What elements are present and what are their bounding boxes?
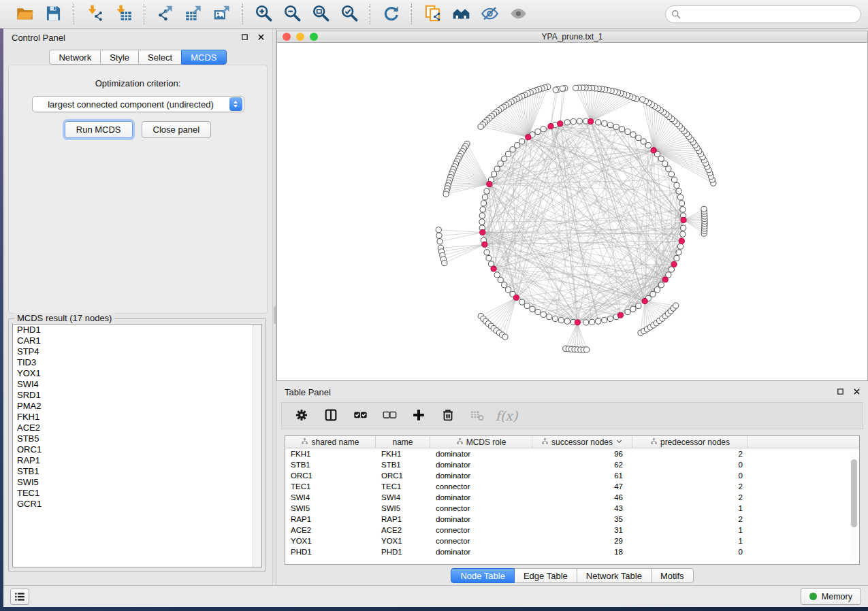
network-view-window: YPA_prune.txt_1 bbox=[276, 31, 868, 381]
cell-name: YOX1 bbox=[376, 535, 430, 546]
home-button[interactable] bbox=[450, 3, 472, 25]
table-row[interactable]: SWI5SWI5connector431 bbox=[285, 503, 859, 514]
import-network-icon bbox=[86, 4, 104, 24]
tab-node-table[interactable]: Node Table bbox=[451, 568, 515, 583]
memory-status-icon bbox=[809, 593, 817, 600]
mcds-result-item[interactable]: SWI5 bbox=[13, 477, 261, 488]
table-row[interactable]: ACE2ACE2connector311 bbox=[285, 525, 859, 535]
mcds-result-item[interactable]: FKH1 bbox=[13, 412, 261, 423]
zoom-out-button[interactable] bbox=[281, 3, 303, 25]
cell-predecessor-nodes: 2 bbox=[632, 514, 748, 525]
open-button[interactable] bbox=[14, 3, 35, 25]
zoom-fit-button[interactable] bbox=[310, 3, 332, 25]
network-view-titlebar[interactable]: YPA_prune.txt_1 bbox=[277, 31, 867, 43]
tab-motifs[interactable]: Motifs bbox=[651, 568, 694, 583]
column-header-predecessor-nodes[interactable]: predecessor nodes bbox=[632, 436, 748, 448]
table-row[interactable]: RAP1RAP1dominator352 bbox=[285, 514, 859, 525]
table-row[interactable]: ORC1ORC1dominator610 bbox=[285, 470, 859, 481]
mcds-result-item[interactable]: TEC1 bbox=[13, 488, 261, 499]
mcds-result-item[interactable]: STP4 bbox=[13, 346, 261, 357]
tab-network[interactable]: Network bbox=[49, 50, 101, 65]
tab-style[interactable]: Style bbox=[100, 50, 139, 65]
zoom-in-button[interactable] bbox=[253, 3, 274, 25]
export-table-button[interactable] bbox=[182, 3, 204, 25]
table-row[interactable]: YOX1YOX1connector291 bbox=[285, 535, 859, 546]
mcds-result-item[interactable]: SWI4 bbox=[13, 379, 261, 390]
tab-select[interactable]: Select bbox=[138, 50, 182, 65]
run-mcds-button[interactable]: Run MCDS bbox=[65, 121, 133, 138]
mcds-result-item[interactable]: ORC1 bbox=[13, 444, 261, 455]
table-row[interactable]: FKH1FKH1dominator962 bbox=[285, 448, 859, 459]
select-all-icon bbox=[353, 408, 368, 425]
splitter-grip[interactable] bbox=[274, 306, 276, 324]
memory-button[interactable]: Memory bbox=[801, 588, 861, 605]
float-panel-button[interactable] bbox=[835, 387, 845, 397]
cell-name: FKH1 bbox=[376, 448, 430, 459]
mcds-result-item[interactable]: STB5 bbox=[13, 433, 261, 444]
tab-network-table[interactable]: Network Table bbox=[577, 568, 652, 583]
mcds-result-item[interactable]: TID3 bbox=[13, 357, 261, 368]
table-row[interactable]: PHD1PHD1dominator180 bbox=[285, 546, 859, 557]
save-button[interactable] bbox=[42, 3, 64, 25]
cell-shared-name: STB1 bbox=[285, 459, 376, 470]
table-scrollbar[interactable] bbox=[850, 452, 858, 560]
mcds-result-item[interactable]: ACE2 bbox=[13, 423, 261, 433]
column-header-name[interactable]: name bbox=[376, 436, 430, 448]
import-table-button[interactable] bbox=[112, 3, 134, 25]
mcds-result-item[interactable]: GCR1 bbox=[13, 499, 261, 510]
table-row[interactable]: SWI4SWI4dominator462 bbox=[285, 492, 859, 503]
search-input[interactable] bbox=[665, 5, 861, 23]
cell-shared-name: FKH1 bbox=[285, 448, 376, 459]
mcds-result-item[interactable]: CAR1 bbox=[13, 335, 261, 346]
refresh-button[interactable] bbox=[380, 3, 402, 25]
toolbar-separator bbox=[144, 4, 144, 24]
delete-row-button[interactable] bbox=[439, 407, 457, 425]
desktop: Control Panel NetworkStyleSelectMCDS Opt… bbox=[0, 0, 868, 611]
network-graph[interactable] bbox=[277, 44, 867, 380]
mcds-result-item[interactable]: PMA2 bbox=[13, 401, 261, 412]
optimization-criterion-select[interactable]: largest connected component (undirected) bbox=[32, 96, 244, 112]
cell-predecessor-nodes: 2 bbox=[632, 492, 748, 503]
select-all-button[interactable] bbox=[351, 407, 369, 425]
tab-mcds[interactable]: MCDS bbox=[181, 50, 226, 65]
show-columns-icon bbox=[323, 408, 338, 425]
table-row[interactable]: STB1STB1dominator620 bbox=[285, 459, 859, 470]
mcds-result-item[interactable]: SRD1 bbox=[13, 390, 261, 401]
settings-button[interactable] bbox=[293, 407, 310, 425]
table-scrollbar-thumb[interactable] bbox=[851, 459, 857, 527]
close-panel-button[interactable] bbox=[256, 33, 266, 42]
tree-icon bbox=[301, 437, 308, 447]
main-toolbar-groups bbox=[7, 3, 536, 25]
network-canvas[interactable] bbox=[277, 44, 867, 380]
column-header-mcds-role[interactable]: MCDS role bbox=[430, 436, 532, 448]
float-panel-button[interactable] bbox=[240, 33, 249, 42]
table-toolbar: f(x) bbox=[281, 402, 863, 429]
mcds-result-item[interactable]: YOX1 bbox=[13, 368, 261, 379]
mcds-result-item[interactable]: STB1 bbox=[13, 466, 261, 477]
control-panel-tabs: NetworkStyleSelectMCDS bbox=[3, 50, 272, 65]
task-history-button[interactable] bbox=[10, 589, 29, 605]
mcds-result-list[interactable]: PHD1CAR1STP4TID3YOX1SWI4SRD1PMA2FKH1ACE2… bbox=[12, 324, 262, 567]
zoom-selected-button[interactable] bbox=[338, 3, 360, 25]
export-image-button[interactable] bbox=[211, 3, 233, 25]
show-columns-button[interactable] bbox=[322, 407, 340, 425]
mcds-result-item[interactable]: PHD1 bbox=[13, 325, 261, 335]
sort-desc-icon bbox=[615, 437, 623, 447]
tab-edge-table[interactable]: Edge Table bbox=[514, 568, 577, 583]
close-panel-button[interactable] bbox=[852, 387, 861, 397]
mcds-result-item[interactable]: RAP1 bbox=[13, 455, 261, 466]
import-network-button[interactable] bbox=[84, 3, 106, 25]
add-row-button[interactable] bbox=[410, 407, 428, 425]
column-header-shared-name[interactable]: shared name bbox=[285, 436, 376, 448]
column-header-successor-nodes[interactable]: successor nodes bbox=[532, 436, 632, 448]
mcds-list-scrollbar[interactable] bbox=[253, 325, 261, 567]
table-row[interactable]: TEC1TEC1connector472 bbox=[285, 481, 859, 492]
network-file-button[interactable] bbox=[421, 3, 443, 25]
deselect-all-button[interactable] bbox=[381, 407, 398, 425]
close-panel-button[interactable]: Close panel bbox=[142, 121, 212, 138]
hide-graphics-button[interactable] bbox=[479, 3, 500, 25]
show-graphics-button[interactable] bbox=[507, 3, 529, 25]
export-network-button[interactable] bbox=[154, 3, 176, 25]
toolbar-separator bbox=[74, 4, 74, 24]
cell-predecessor-nodes: 1 bbox=[632, 525, 748, 535]
